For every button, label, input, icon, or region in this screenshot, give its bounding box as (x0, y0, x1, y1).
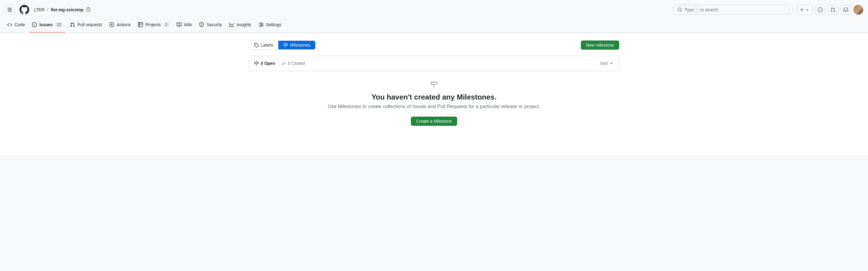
graph-icon (229, 22, 234, 27)
code-icon (7, 22, 12, 27)
notifications-button[interactable] (841, 5, 851, 14)
create-milestone-button[interactable]: Create a Milestone (411, 117, 457, 126)
milestones-tab[interactable]: Milestones (278, 41, 315, 49)
closed-filter[interactable]: 0 Closed (281, 61, 305, 66)
book-icon (177, 22, 182, 27)
tab-issues[interactable]: Issues 12 (30, 20, 65, 33)
issues-button[interactable] (815, 5, 825, 14)
milestone-icon (254, 61, 259, 66)
lock-icon (86, 7, 91, 13)
search-icon (677, 7, 682, 12)
tag-icon (254, 42, 259, 48)
sort-button[interactable]: Sort (600, 61, 614, 66)
milestone-icon (249, 81, 619, 88)
breadcrumb-separator: / (47, 7, 49, 12)
tab-projects[interactable]: Projects 2 (135, 20, 172, 33)
hamburger-icon (7, 7, 12, 12)
create-new-button[interactable] (797, 5, 812, 14)
tab-actions[interactable]: Actions (107, 20, 133, 33)
list-header: 0 Open 0 Closed Sort (249, 56, 619, 71)
projects-counter: 2 (163, 22, 169, 27)
inbox-icon (843, 7, 848, 12)
milestone-icon (283, 42, 288, 48)
repo-nav: Code Issues 12 Pull requests Actions Pro… (0, 20, 868, 33)
git-pull-request-icon (70, 22, 75, 27)
breadcrumb-repo[interactable]: lter-wg-scicomp (51, 7, 84, 12)
issue-opened-icon (32, 22, 37, 27)
issues-counter: 12 (55, 22, 63, 27)
tab-code[interactable]: Code (5, 20, 27, 33)
git-pull-request-icon (831, 7, 835, 12)
github-logo[interactable] (20, 5, 29, 14)
tab-pull-requests[interactable]: Pull requests (68, 20, 104, 33)
divider (793, 7, 793, 13)
open-filter[interactable]: 0 Open (254, 61, 275, 66)
triangle-down-icon (805, 7, 810, 12)
pull-requests-button[interactable] (828, 5, 838, 14)
issue-opened-icon (818, 7, 823, 12)
shield-icon (199, 22, 204, 27)
search-input[interactable]: Type / to search (673, 5, 789, 14)
table-icon (138, 22, 143, 27)
tab-security[interactable]: Security (197, 20, 224, 33)
blankslate-title: You haven't created any Milestones. (249, 93, 619, 101)
tab-wiki[interactable]: Wiki (174, 20, 194, 33)
tab-settings[interactable]: Settings (256, 20, 284, 33)
play-icon (109, 22, 114, 27)
triangle-down-icon (609, 61, 614, 66)
blankslate-description: Use Milestones to create collections of … (249, 104, 619, 109)
user-avatar[interactable] (854, 5, 863, 14)
gear-icon (258, 22, 264, 27)
search-placeholder: Type / to search (685, 7, 718, 12)
breadcrumb-owner[interactable]: LTER (34, 7, 45, 12)
check-icon (281, 61, 286, 66)
github-icon (20, 5, 29, 14)
blankslate: You haven't created any Milestones. Use … (249, 71, 619, 136)
pill-nav: Labels Milestones (249, 40, 315, 50)
hamburger-menu-button[interactable] (5, 5, 14, 14)
plus-icon (800, 7, 804, 12)
breadcrumb: LTER / lter-wg-scicomp (34, 7, 91, 13)
labels-tab[interactable]: Labels (249, 41, 278, 49)
new-milestone-button[interactable]: New milestone (581, 40, 619, 50)
tab-insights[interactable]: Insights (227, 20, 254, 33)
